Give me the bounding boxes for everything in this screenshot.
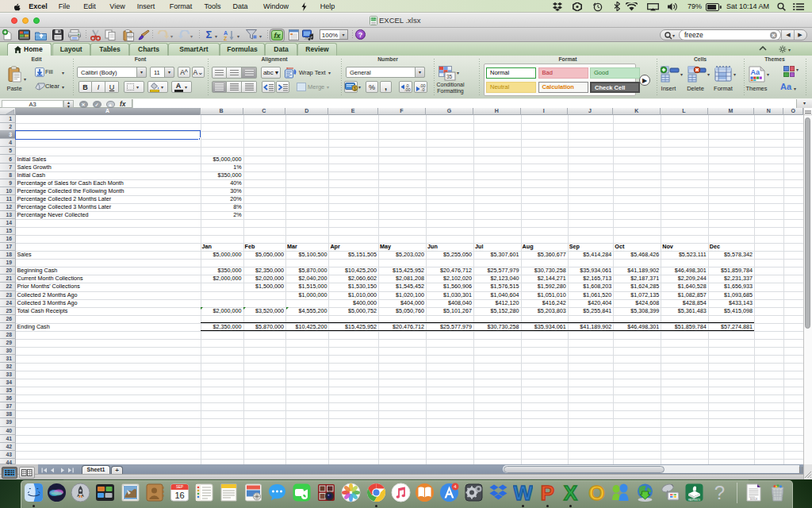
svg-text:O: O [588,483,604,502]
svg-text:P: P [540,483,553,502]
svg-text:.00: .00 [404,87,411,91]
svg-text:W: W [513,483,533,502]
svg-text:A: A [224,29,228,35]
svg-text:X: X [563,483,577,502]
svg-text:?: ? [714,483,724,502]
svg-text:.0: .0 [421,87,425,91]
svg-text:DOCX: DOCX [749,498,757,501]
svg-text:Aa: Aa [751,68,760,76]
svg-text:Z: Z [224,35,228,40]
svg-text:SEP: SEP [175,485,182,489]
svg-text:$: $ [354,86,357,91]
svg-text:16: 16 [174,491,184,500]
svg-text:35: 35 [446,74,453,79]
svg-text:PAWPRINTS: PAWPRINTS [688,498,699,502]
